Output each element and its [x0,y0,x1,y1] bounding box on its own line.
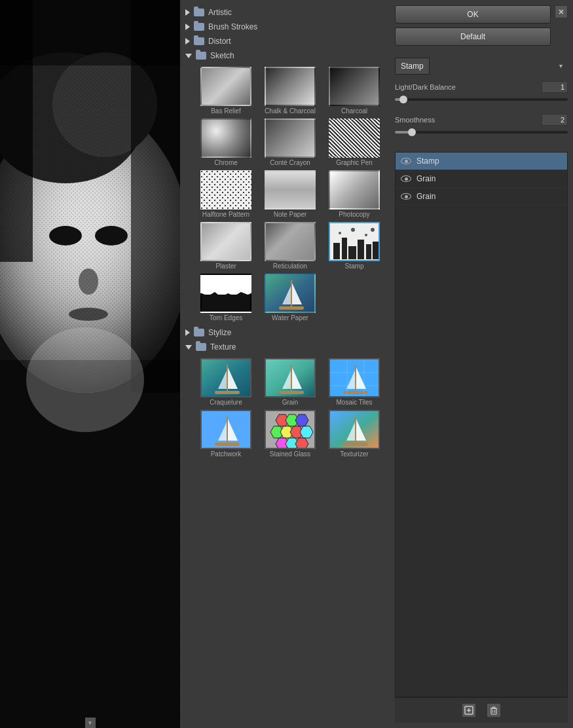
svg-rect-28 [202,275,251,295]
eye-pupil-stamp [405,160,408,163]
filter-grain-label: Grain [282,399,298,406]
filter-torn-edges[interactable]: Torn Edges [196,274,256,321]
folder-artistic-icon [194,9,204,16]
collapse-texture-icon [185,345,192,350]
filter-graphic-pen-thumb [329,118,380,158]
filter-select-wrapper[interactable]: Stamp [395,58,568,75]
filter-stamp-label: Stamp [345,263,364,270]
filter-water-paper[interactable]: Water Paper [260,274,320,321]
ok-button[interactable]: OK [395,5,551,24]
filter-water-paper-thumb [265,274,316,313]
filter-graphic-pen[interactable]: Graphic Pen [324,118,384,166]
filter-texturizer[interactable]: Texturizer [324,410,384,458]
expand-brush-strokes-icon [185,24,190,30]
filter-craquelure-thumb [200,358,251,397]
eye-pupil-grain1 [405,177,408,181]
filter-note-paper[interactable]: Note Paper [260,170,320,218]
category-texture-label: Texture [210,342,236,352]
eye-grain2-icon[interactable] [401,192,411,200]
category-brush-strokes[interactable]: Brush Strokes [185,20,384,34]
filter-chrome[interactable]: Chrome [196,118,256,166]
filter-mosaic-tiles-thumb [329,358,380,397]
svg-rect-19 [342,238,347,259]
category-distort[interactable]: Distort [185,34,384,48]
filter-halftone-pattern[interactable]: Halftone Pattern [196,170,256,218]
filter-charcoal[interactable]: Charcoal [324,67,384,115]
svg-rect-50 [343,391,368,394]
smoothness-slider-thumb[interactable] [408,128,416,136]
category-sketch[interactable]: Sketch [185,48,384,63]
eye-grain1-icon[interactable] [401,175,411,183]
filter-mosaic-tiles[interactable]: Mosaic Tiles [324,358,384,406]
expand-artistic-icon [185,9,190,16]
filter-charcoal-label: Charcoal [341,107,367,115]
sketch-thumbnails-grid: Bas Relief Chalk & Charcoal Charcoal Chr… [185,63,384,325]
filter-patchwork-thumb [200,410,251,449]
add-layer-button[interactable] [462,703,476,718]
scroll-down-arrow[interactable]: ▼ [85,718,96,728]
svg-rect-18 [333,243,340,259]
filter-texturizer-thumb [329,410,380,449]
smoothness-slider-track[interactable] [395,131,568,134]
category-artistic[interactable]: Artistic [185,5,384,20]
filter-plaster[interactable]: Plaster [196,222,256,270]
svg-marker-67 [300,426,313,438]
light-dark-balance-slider-thumb[interactable] [399,96,407,103]
svg-rect-21 [358,240,364,259]
filter-craquelure-label: Craquelure [210,399,242,406]
layer-grain2-name: Grain [416,192,435,201]
svg-point-25 [351,228,355,232]
folder-stylize-icon [194,329,204,337]
svg-point-24 [339,232,341,234]
layer-grain-1[interactable]: Grain [396,170,567,188]
filter-photocopy[interactable]: Photocopy [324,170,384,218]
filter-chalk-charcoal[interactable]: Chalk & Charcoal [260,67,320,115]
smoothness-value[interactable]: 2 [542,114,568,126]
light-dark-balance-value[interactable]: 1 [542,81,568,93]
layer-stamp-name: Stamp [416,156,439,166]
svg-rect-44 [291,365,292,391]
svg-point-27 [371,228,375,232]
svg-rect-20 [348,246,356,259]
folder-texture-icon [196,343,206,351]
filter-torn-edges-label: Torn Edges [210,314,243,321]
light-dark-balance-param: Light/Dark Balance 1 [395,81,568,106]
filter-graphic-pen-label: Graphic Pen [336,159,373,166]
default-button[interactable]: Default [395,27,551,46]
category-artistic-label: Artistic [208,8,232,17]
layer-stamp[interactable]: Stamp [396,153,567,170]
light-dark-balance-slider-track[interactable] [395,98,568,101]
filter-reticulation[interactable]: Reticulation [260,222,320,270]
filter-select[interactable]: Stamp [395,58,430,75]
filter-stamp-thumb [329,222,380,261]
layer-grain-2[interactable]: Grain [396,188,567,206]
filter-stained-glass-label: Stained Glass [270,450,310,458]
collapse-panel-button[interactable] [555,5,568,18]
filter-panel: Artistic Brush Strokes Distort Sketch Ba… [180,0,390,728]
filter-plaster-label: Plaster [215,263,236,270]
eye-pupil-grain2 [405,195,408,198]
category-distort-label: Distort [208,37,231,46]
filter-craquelure[interactable]: Craquelure [196,358,256,406]
filter-texturizer-label: Texturizer [340,450,368,458]
eye-stamp-icon[interactable] [401,157,411,165]
layers-panel: Stamp Grain Grain [395,152,568,697]
filter-stained-glass[interactable]: Stained Glass [260,410,320,458]
filter-conte-crayon-label: Conté Crayon [270,159,310,166]
filter-stamp[interactable]: Stamp [324,222,384,270]
filter-grain[interactable]: Grain [260,358,320,406]
svg-point-16 [26,327,144,432]
filter-chalk-charcoal-thumb [265,67,316,106]
expand-distort-icon [185,38,190,45]
svg-rect-22 [366,244,371,259]
category-texture[interactable]: Texture [185,340,384,354]
category-stylize[interactable]: Stylize [185,325,384,340]
svg-rect-14 [131,0,180,393]
filter-bas-relief[interactable]: Bas Relief [196,67,256,115]
filter-patchwork[interactable]: Patchwork [196,410,256,458]
filter-note-paper-label: Note Paper [274,211,307,218]
top-controls: OK Default [395,5,568,50]
delete-layer-button[interactable] [487,703,501,718]
layer-grain1-name: Grain [416,174,435,183]
filter-conte-crayon[interactable]: Conté Crayon [260,118,320,166]
